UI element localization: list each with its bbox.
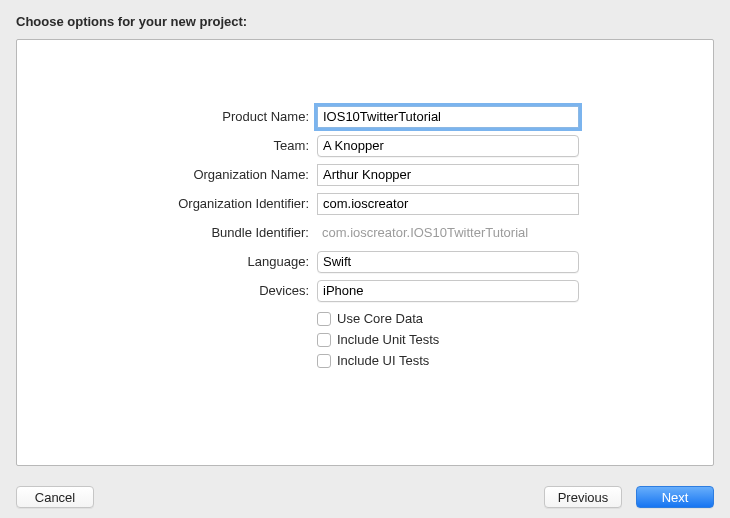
svg-marker-3	[565, 262, 573, 267]
previous-button[interactable]: Previous	[544, 486, 622, 508]
ui-tests-label: Include UI Tests	[337, 353, 429, 368]
language-select[interactable]: Swift	[317, 251, 579, 273]
include-ui-tests-checkbox[interactable]: Include UI Tests	[317, 353, 439, 368]
use-core-data-checkbox[interactable]: Use Core Data	[317, 311, 439, 326]
sheet-title: Choose options for your new project:	[16, 14, 714, 29]
org-identifier-label: Organization Identifier:	[17, 196, 317, 211]
checkbox-icon	[317, 333, 331, 347]
team-select[interactable]: A Knopper	[317, 135, 579, 157]
language-value: Swift	[323, 254, 351, 269]
project-options-sheet: Choose options for your new project: Pro…	[0, 0, 730, 476]
checkbox-icon	[317, 312, 331, 326]
updown-icon	[560, 136, 578, 156]
product-name-label: Product Name:	[17, 109, 317, 124]
footer-buttons: Cancel Previous Next	[0, 476, 730, 518]
include-unit-tests-checkbox[interactable]: Include Unit Tests	[317, 332, 439, 347]
updown-icon	[560, 281, 578, 301]
org-name-input[interactable]	[317, 164, 579, 186]
team-label: Team:	[17, 138, 317, 153]
options-checkboxes: Use Core Data Include Unit Tests Include…	[17, 305, 439, 368]
next-button[interactable]: Next	[636, 486, 714, 508]
svg-marker-5	[565, 291, 573, 296]
bundle-identifier-label: Bundle Identifier:	[17, 225, 317, 240]
checkbox-icon	[317, 354, 331, 368]
svg-marker-1	[565, 146, 573, 151]
unit-tests-label: Include Unit Tests	[337, 332, 439, 347]
devices-value: iPhone	[323, 283, 363, 298]
org-identifier-input[interactable]	[317, 193, 579, 215]
org-name-label: Organization Name:	[17, 167, 317, 182]
core-data-label: Use Core Data	[337, 311, 423, 326]
updown-icon	[560, 252, 578, 272]
devices-label: Devices:	[17, 283, 317, 298]
devices-select[interactable]: iPhone	[317, 280, 579, 302]
team-value: A Knopper	[323, 138, 384, 153]
language-label: Language:	[17, 254, 317, 269]
product-name-input[interactable]	[317, 106, 579, 128]
bundle-identifier-value: com.ioscreator.IOS10TwitterTutorial	[317, 225, 579, 240]
form-panel: Product Name: Team: A Knopper Organizati…	[16, 39, 714, 466]
cancel-button[interactable]: Cancel	[16, 486, 94, 508]
